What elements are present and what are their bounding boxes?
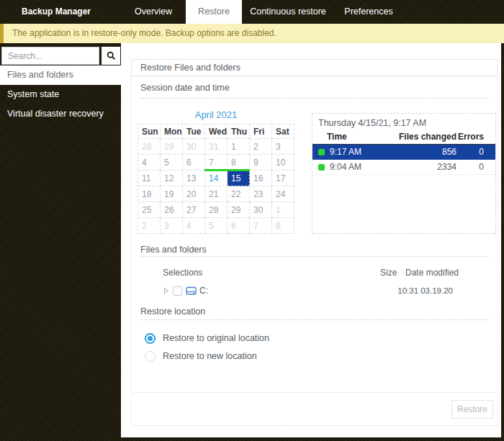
session-errors: 0 [456,162,495,172]
calendar-day[interactable]: 8 [272,218,294,234]
calendar-day[interactable]: 30 [183,139,205,155]
sidebar-item-virtual-disaster-recovery[interactable]: Virtual disaster recovery [0,104,121,124]
radio-button[interactable] [145,333,156,344]
calendar-day[interactable]: 5 [161,155,183,171]
calendar-day[interactable]: 1 [272,202,294,218]
restore-panel: Restore Files and folders Session date a… [131,59,498,426]
session-rows: 9:17 AM85609:04 AM23340 [312,145,495,175]
calendar-day[interactable]: 22 [228,186,250,202]
tab-overview[interactable]: Overview [121,0,186,24]
tree-item-checkbox[interactable] [173,286,182,296]
calendar-day[interactable]: 20 [183,186,205,202]
sidebar: Files and foldersSystem stateVirtual dis… [0,43,121,437]
app-title: Backup Manager [22,0,91,24]
calendar-weekday: Thu [228,124,250,139]
calendar-day[interactable]: 2 [138,218,161,234]
tree-row[interactable]: C:10:31 03.19.20 [132,283,498,298]
sidebar-item-files-and-folders[interactable]: Files and folders [0,65,121,85]
panel-footer: Restore [132,392,498,425]
calendar-day[interactable]: 24 [272,186,294,202]
tree-item-date: 10:31 03.19.20 [397,286,453,295]
location-options: Restore to original locationRestore to n… [145,332,269,368]
calendar-day[interactable]: 28 [205,202,228,218]
panel-title: Restore Files and folders [131,59,498,76]
calendar-day[interactable]: 10 [272,155,294,171]
radio-label: Restore to original location [163,333,269,343]
calendar-day[interactable]: 13 [183,171,205,186]
column-header-size: Size [380,268,397,278]
calendar-day[interactable]: 7 [250,218,272,234]
calendar-day[interactable]: 16 [250,171,272,186]
column-header-date-modified: Date modified [405,268,459,278]
calendar-day[interactable]: 28 [138,139,161,155]
calendar-day[interactable]: 21 [205,186,228,202]
calendar-weekday: Sun [138,124,161,139]
radio-button[interactable] [145,351,156,362]
calendar-day[interactable]: 3 [272,139,294,155]
session-time: 9:17 AM [330,147,377,157]
search-button[interactable] [102,47,120,65]
calendar-day[interactable]: 23 [250,186,272,202]
section-title-files: Files and folders [140,240,489,257]
drive-icon [186,286,197,296]
section-title-location: Restore location [140,302,489,320]
calendar-day[interactable]: 25 [138,202,161,218]
session-row[interactable]: 9:04 AM23340 [312,160,495,175]
column-header-selections: Selections [163,268,202,278]
session-table-header: Time Files changed Errors [312,132,495,145]
calendar-day[interactable]: 30 [250,202,272,218]
calendar-day[interactable]: 2 [250,139,272,155]
column-header-time: Time [312,132,377,142]
calendar-day[interactable]: 5 [205,218,228,234]
search-input[interactable] [1,47,99,65]
panel-body: Session date and time April 2021 SunMonT… [131,76,498,426]
restore-button[interactable]: Restore [451,400,493,419]
calendar-day[interactable]: 9 [250,155,272,171]
calendar-day[interactable]: 29 [161,139,183,155]
calendar-day[interactable]: 6 [183,155,205,171]
calendar-day[interactable]: 14 [205,171,228,186]
calendar-weekday: Fri [250,124,272,139]
session-row[interactable]: 9:17 AM8560 [312,145,495,160]
window-right-edge [501,43,504,437]
radio-option-restore-to-original-location[interactable]: Restore to original location [145,332,269,344]
files-tree: C:10:31 03.19.20 [132,283,498,298]
radio-label: Restore to new location [163,351,257,361]
session-status-icon [318,149,325,155]
calendar-day[interactable]: 4 [183,218,205,234]
calendar-day[interactable]: 15 [228,171,250,186]
warning-text: The application is in restore-only mode.… [12,28,276,38]
calendar-day[interactable]: 17 [272,171,294,186]
titlebar: Backup Manager OverviewRestoreContinuous… [0,0,504,24]
column-header-errors: Errors [456,132,495,142]
tab-continuous-restore[interactable]: Continuous restore [242,0,334,24]
calendar-day[interactable]: 8 [228,155,250,171]
session-files-changed: 856 [377,147,456,157]
tab-restore[interactable]: Restore [186,0,242,24]
calendar-day[interactable]: 12 [161,171,183,186]
calendar-day[interactable]: 31 [205,139,228,155]
tab-preferences[interactable]: Preferences [334,0,403,24]
radio-option-restore-to-new-location[interactable]: Restore to new location [145,350,269,362]
main-content: Restore Files and folders Session date a… [121,43,501,437]
session-errors: 0 [456,147,495,157]
calendar-day[interactable]: 4 [138,155,161,171]
expand-arrow-icon[interactable] [163,287,169,294]
calendar-day[interactable]: 26 [161,202,183,218]
calendar-day[interactable]: 18 [138,186,161,202]
calendar-day[interactable]: 19 [161,186,183,202]
calendar-grid: SunMonTueWedThuFriSat2829303112345678910… [138,124,294,234]
calendar-day[interactable]: 29 [228,202,250,218]
warning-banner: The application is in restore-only mode.… [0,24,504,43]
calendar-day[interactable]: 27 [183,202,205,218]
calendar-weekday: Tue [183,124,205,139]
sidebar-nav: Files and foldersSystem stateVirtual dis… [0,65,121,124]
calendar-day[interactable]: 6 [228,218,250,234]
calendar-day[interactable]: 1 [228,139,250,155]
calendar-day[interactable]: 11 [138,171,161,186]
tree-item-label: C: [199,286,208,296]
sidebar-item-system-state[interactable]: System state [0,85,121,104]
calendar-day[interactable]: 3 [161,218,183,234]
app-window: Backup Manager OverviewRestoreContinuous… [0,0,504,441]
calendar-day[interactable]: 7 [205,155,228,171]
